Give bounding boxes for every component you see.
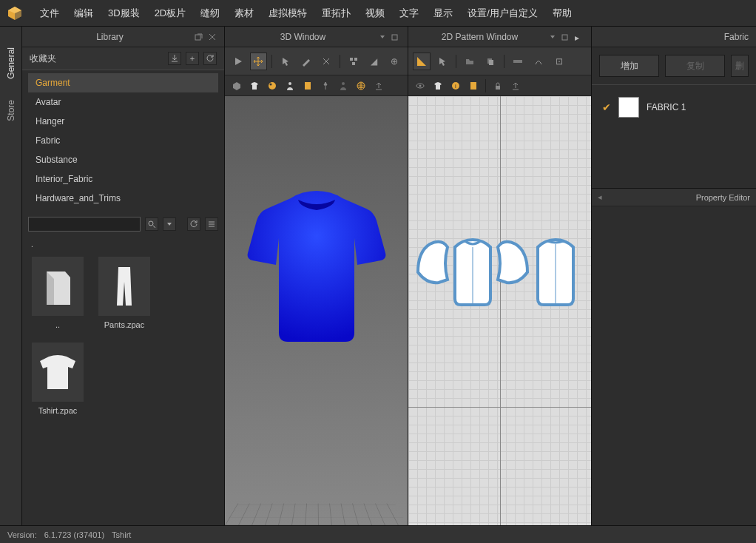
add-icon[interactable]: + (186, 52, 199, 65)
select-icon[interactable] (433, 53, 451, 70)
version-label: Version: (7, 530, 37, 539)
file-thumb-icon (32, 257, 84, 316)
ruler-icon[interactable] (509, 53, 527, 70)
garment-2d-icon[interactable] (431, 78, 445, 93)
refresh-icon[interactable] (203, 52, 217, 65)
3d-title: 3D Window (232, 32, 374, 42)
2d-toolbar: ⊡ (408, 47, 591, 75)
search-icon[interactable] (145, 217, 158, 231)
edit-tool-icon[interactable] (318, 53, 336, 70)
svg-rect-27 (496, 86, 500, 90)
category-item[interactable]: Interior_Fabric (28, 169, 218, 189)
pen-tool-icon[interactable] (297, 53, 315, 70)
note-icon[interactable] (300, 78, 315, 93)
3d-toolbar-2 (225, 75, 408, 96)
cube-icon[interactable] (229, 78, 244, 93)
menu-item[interactable]: 缝纫 (193, 0, 227, 27)
category-item[interactable]: Fabric (28, 131, 218, 150)
file-item[interactable]: Pants.zpac (95, 254, 154, 332)
dropdown-icon[interactable] (378, 33, 387, 41)
svg-rect-26 (470, 82, 476, 90)
refresh-files-icon[interactable] (187, 217, 200, 231)
category-item[interactable]: Hardware_and_Trims (28, 189, 218, 208)
globe-icon[interactable] (354, 78, 368, 93)
popout-icon[interactable] (391, 33, 400, 41)
lock-icon[interactable] (490, 78, 505, 93)
tshirt-3d-model[interactable] (246, 185, 387, 348)
add-fabric-button[interactable]: 增加 (599, 55, 659, 77)
folder-icon[interactable] (461, 53, 479, 70)
vertical-tab-store[interactable]: Store (3, 90, 19, 132)
check-icon: ✔ (602, 101, 611, 113)
sewing-icon[interactable] (530, 53, 547, 70)
panel-library: Library 收藏夹 + GarmentAvatarHangerFabricS… (22, 27, 225, 525)
file-item[interactable]: Tshirt.zpac (28, 340, 87, 418)
menu-item[interactable]: 2D板片 (147, 0, 194, 27)
svg-rect-21 (513, 60, 522, 63)
pin-tool-icon[interactable]: ⊕ (385, 53, 403, 70)
show-hide-icon[interactable] (413, 78, 428, 93)
delete-fabric-button[interactable]: 删 (731, 55, 749, 77)
list-view-icon[interactable] (205, 217, 218, 231)
library-title: Library (30, 32, 190, 42)
document-name: Tshirt (112, 530, 131, 539)
menu-item[interactable]: 视频 (358, 0, 392, 27)
pattern-pieces[interactable] (415, 237, 585, 311)
pin-icon[interactable] (318, 78, 333, 93)
library-files: . ..Pants.zpacTshirt.zpac (22, 235, 224, 525)
move-tool-icon[interactable] (250, 53, 268, 70)
menu-item[interactable]: 显示 (426, 0, 460, 27)
vertical-tab-general[interactable]: General (3, 37, 19, 90)
upload-icon[interactable] (371, 78, 386, 93)
avatar-icon[interactable] (283, 78, 297, 93)
2d-viewport[interactable] (408, 96, 591, 525)
menu-item[interactable]: 设置/用户自定义 (460, 0, 545, 27)
copy-fabric-button[interactable]: 复制 (665, 55, 725, 77)
menu-item[interactable]: 重拓扑 (314, 0, 358, 27)
menu-item[interactable]: 虚拟模特 (261, 0, 314, 27)
material-icon[interactable] (265, 78, 280, 93)
file-name-label: Tshirt.zpac (38, 406, 78, 415)
garment-icon[interactable] (247, 78, 262, 93)
3d-viewport[interactable] (225, 96, 408, 525)
close-icon[interactable] (208, 33, 217, 41)
popout-icon[interactable] (195, 33, 203, 41)
category-item[interactable]: Substance (28, 150, 218, 169)
file-item[interactable]: .. (28, 254, 87, 332)
fold-tool-icon[interactable]: ◢ (365, 53, 383, 70)
version-value: 6.1.723 (r37401) (44, 530, 104, 539)
menu-item[interactable]: 文件 (33, 0, 67, 27)
category-item[interactable]: Hanger (28, 112, 218, 131)
download-icon[interactable] (168, 52, 181, 65)
edit-pattern-icon[interactable] (413, 53, 431, 70)
category-item[interactable]: Garment (28, 73, 218, 92)
copy-icon[interactable] (482, 53, 499, 70)
menu-item[interactable]: 编辑 (67, 0, 101, 27)
fabric-item[interactable]: ✔ FABRIC 1 (598, 94, 750, 121)
category-item[interactable]: Avatar (28, 92, 218, 112)
dropdown-icon[interactable] (548, 33, 557, 41)
popout-icon[interactable] (561, 33, 570, 41)
menu-item[interactable]: 文字 (392, 0, 426, 27)
avatar-shadow-icon[interactable] (336, 78, 351, 93)
arrange-tool-icon[interactable] (345, 53, 362, 70)
arrow-left-icon[interactable]: ◂ (598, 192, 602, 202)
svg-rect-7 (350, 58, 353, 61)
arrow-right-icon[interactable]: ▸ (575, 33, 584, 41)
trace-icon[interactable]: ⊡ (550, 53, 568, 70)
svg-point-11 (269, 82, 276, 90)
menu-item[interactable]: 帮助 (545, 0, 579, 27)
svg-text:i: i (455, 83, 456, 90)
info-icon[interactable]: i (448, 78, 463, 93)
svg-marker-6 (235, 58, 242, 65)
menu-item[interactable]: 3D服装 (101, 0, 147, 27)
svg-rect-20 (489, 60, 493, 65)
select-tool-icon[interactable] (277, 53, 294, 70)
library-search-input[interactable] (28, 217, 141, 232)
play-icon[interactable] (229, 53, 247, 70)
upload-2d-icon[interactable] (508, 78, 523, 93)
statusbar: Version: 6.1.723 (r37401) Tshirt (0, 525, 756, 543)
dropdown-icon[interactable] (163, 217, 176, 231)
note-2d-icon[interactable] (466, 78, 481, 93)
menu-item[interactable]: 素材 (227, 0, 261, 27)
